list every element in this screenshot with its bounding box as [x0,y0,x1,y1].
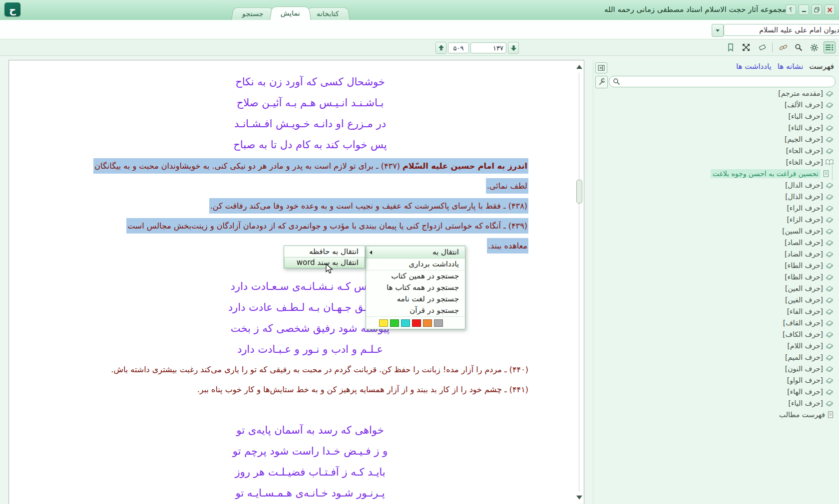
index-tree-item[interactable]: [حرف السین] [593,225,839,237]
highlight-color-swatch[interactable] [401,319,410,327]
main-tabs: جستجو نمایش کتابخانه [234,5,348,20]
index-tree-item[interactable]: [حرف الجیم] [593,133,839,145]
scrollbar-track[interactable] [579,73,579,492]
closed-book-icon [826,388,834,395]
book-selector-band: دیوان امام علی علیه السلام [0,20,839,39]
sidebar-tab-notes[interactable]: یادداشت ها [736,62,772,71]
selected-text: (۴۳۸) ـ فقط با پارسای پاکسرشت که عفیف و … [209,198,528,214]
index-tree-item[interactable]: [حرف الغین] [593,294,839,305]
index-tree-item-label: [حرف النون] [785,365,823,373]
context-menu-item[interactable]: یادداشت برداری [366,258,465,270]
index-tree-item[interactable]: تحسین فراغت به احسن وجوه بلاغت [593,168,839,179]
index-panel-button[interactable] [824,41,836,53]
index-tree-item[interactable]: [حرف الهاء] [593,386,839,397]
highlight-color-swatch[interactable] [390,319,399,327]
index-tree-item[interactable]: [حرف القاف] [593,317,839,328]
index-tree-item[interactable]: [حرف اللام] [593,340,839,351]
current-page-field[interactable]: ۱۳۷ [470,42,506,53]
index-tree-item[interactable]: [مقدمه مترجم] [593,87,839,99]
index-tree-item[interactable]: فهرست مطالب [593,409,839,420]
prose-line: (۴۴۰) ـ مردم را آزار مده! زبانت را حفظ ک… [48,360,528,380]
highlight-color-swatch[interactable] [423,319,432,327]
content-scrollbar[interactable] [575,61,583,504]
closed-book-icon [826,331,834,338]
expand-arrows-icon [742,43,750,51]
sidebar-tab-index[interactable]: فهرست [809,62,834,71]
search-button[interactable] [793,41,805,53]
collapse-panel-button[interactable] [595,62,607,73]
index-tree-item[interactable]: [حرف النون] [593,363,839,374]
book-selector-dropdown-button[interactable] [712,24,724,37]
closed-book-icon [826,90,834,97]
scroll-up-button[interactable] [576,65,582,69]
poem-line: پـرنـور شـود خـانـه‌ی هـمـسـایـه تو [160,483,460,504]
index-tree-item[interactable]: [حرف الراء] [593,202,839,214]
index-tree-item[interactable]: [حرف المیم] [593,351,839,363]
index-tree-item[interactable]: [حرف الزاء] [593,214,839,225]
selected-text: (۴۳۹) ـ آنگاه که خواستی ازدواج کنی یا پی… [126,218,528,234]
submenu-item[interactable]: انتقال به سند word [284,257,365,268]
bookmark-button[interactable] [725,41,737,53]
highlight-color-swatch[interactable] [379,319,388,327]
closed-book-icon [826,136,834,143]
index-tree-item[interactable]: [حرف الکاف] [593,328,839,340]
page-down-button[interactable] [508,42,519,54]
index-tree-item-label: [حرف الذال] [785,193,823,201]
index-tree-item-label: [حرف الهاء] [787,388,823,396]
index-tree-item[interactable]: [حرف الذال] [593,191,839,202]
page-up-button[interactable] [435,42,446,54]
close-button[interactable]: × [825,4,835,15]
sidebar-tab-bookmarks[interactable]: نشانه ها [778,62,804,71]
settings-button[interactable] [808,41,820,53]
closed-book-icon [826,228,834,235]
help-button[interactable]: ؟ [786,4,796,15]
index-tree-item[interactable]: [حرف الطاء] [593,259,839,271]
app-logo-icon: ح [4,2,20,16]
highlight-color-swatch[interactable] [412,319,421,327]
tab-library[interactable]: کتابخانه [306,7,350,20]
minimize-button[interactable] [799,4,809,15]
index-tree-item[interactable]: [حرف الضاد] [593,248,839,259]
index-search-input[interactable] [609,76,836,87]
index-tree-item[interactable]: [حرف الواو] [593,374,839,386]
selected-text: معاهده ببند. [487,238,528,253]
poem-line: عـلـم و ادب و نـور و عـبـادت دارد [160,339,460,360]
scroll-down-button[interactable] [576,496,582,500]
poem-line: و ز فـیـض خـدا راست شود پرچم تو [160,441,460,462]
index-sidebar: فهرست نشانه ها یادداشت ها [593,60,839,504]
link-button[interactable] [777,41,789,53]
book-selector[interactable]: دیوان امام علی علیه السلام [724,24,839,36]
index-tree-item[interactable]: [حرف الخاء] [593,156,839,168]
index-tree-item[interactable]: [حرف الصاد] [593,237,839,248]
index-tree-item[interactable]: [حرف الیاء] [593,397,839,409]
highlight-eraser-button[interactable] [756,41,768,53]
context-menu-item[interactable]: جستجو در همین کتاب [366,270,465,282]
index-tree-item[interactable]: [حرف الألف] [593,99,839,110]
context-menu-item[interactable]: انتقال به [366,246,465,258]
restore-button[interactable] [812,4,822,15]
index-tree-item[interactable]: [حرف الباء] [593,110,839,122]
search-options-button[interactable] [595,76,608,88]
index-tree-item[interactable]: [حرف الحاء] [593,145,839,156]
tab-search[interactable]: جستجو [231,7,275,20]
index-tree-item[interactable]: [حرف العین] [593,282,839,294]
prose-line: اندرز به امام حسین علیه السّلام (۴۳۷) ـ … [48,156,528,176]
index-tree-item[interactable]: [حرف الدال] [593,179,839,191]
index-tree-item[interactable]: [حرف الفاء] [593,305,839,317]
total-pages-field[interactable]: ۵۰۹ [448,42,469,53]
index-tree-item[interactable]: [حرف التاء] [593,122,839,133]
context-menu-item[interactable]: جستجو در قرآن [366,305,465,316]
tab-display[interactable]: نمایش [270,6,311,20]
arrow-up-icon [438,45,444,51]
closed-book-icon [826,262,834,269]
submenu-item[interactable]: انتقال به حافظه [284,246,365,257]
closed-book-icon [826,319,834,326]
dock-panel-icon [598,65,605,71]
context-menu-item[interactable]: جستجو در همه کتاب ها [366,282,465,293]
context-menu-item[interactable]: جستجو در لغت نامه [366,293,465,305]
restore-icon [814,7,820,12]
fit-page-button[interactable] [740,41,752,53]
index-tree-item[interactable]: [حرف الظاء] [593,271,839,282]
highlight-color-swatch[interactable] [434,319,443,327]
scrollbar-thumb[interactable] [576,180,582,204]
